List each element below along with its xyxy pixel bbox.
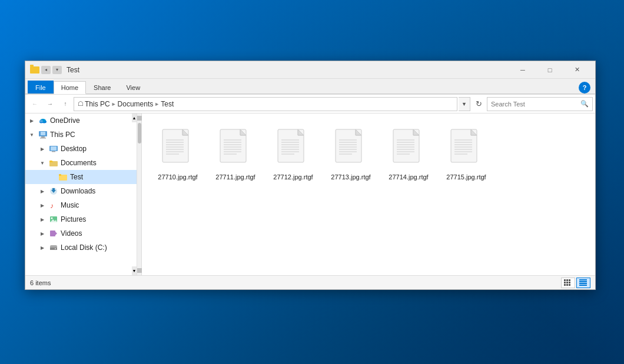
path-test[interactable]: Test — [161, 100, 174, 108]
file-icon-4 — [390, 126, 427, 173]
file-item-0[interactable]: 27710.jpg.rtgf — [151, 123, 204, 184]
svg-rect-10 — [52, 151, 55, 152]
test-folder-icon — [58, 172, 68, 182]
svg-rect-24 — [50, 231, 55, 236]
svg-rect-105 — [579, 281, 587, 282]
address-bar: ← → ↑ ☖ This PC ► Documents ► Test ▼ ↻ 🔍 — [25, 95, 595, 113]
pictures-icon — [49, 215, 58, 224]
file-label-5: 27715.jpg.rtgf — [446, 173, 486, 181]
path-arrow-2: ► — [154, 101, 160, 107]
tab-share[interactable]: Share — [86, 81, 118, 93]
search-box[interactable]: 🔍 — [487, 97, 593, 111]
path-segment-label: Documents — [118, 100, 154, 108]
file-label-2: 27712.jpg.rtgf — [273, 173, 313, 181]
title-bar: ◂ ▾ Test ─ □ ✕ — [25, 61, 595, 79]
status-bar: 6 items — [25, 275, 595, 289]
sidebar-item-pictures[interactable]: ▶ Pictures — [25, 212, 137, 226]
file-icon-0 — [159, 126, 197, 173]
list-view-button[interactable] — [561, 278, 575, 288]
file-label-4: 27714.jpg.rtgf — [389, 173, 428, 181]
sidebar-item-downloads[interactable]: ▶ Downloads — [25, 184, 137, 198]
svg-text:♪: ♪ — [50, 202, 54, 209]
svg-point-22 — [51, 218, 53, 219]
sidebar-scroll-up[interactable]: ▲ — [132, 113, 137, 122]
scroll-up-arrow[interactable] — [137, 116, 142, 121]
sidebar-label-music: Music — [61, 201, 79, 209]
sidebar-label-onedrive: OneDrive — [50, 116, 80, 125]
sidebar-label-videos: Videos — [61, 229, 82, 238]
sidebar-item-this-pc[interactable]: ▼ This PC — [25, 128, 137, 142]
file-item-2[interactable]: 27712.jpg.rtgf — [267, 123, 320, 184]
search-input[interactable] — [491, 101, 578, 108]
svg-marker-25 — [55, 232, 57, 235]
address-path[interactable]: ☖ This PC ► Documents ► Test — [74, 97, 457, 111]
sidebar-item-music[interactable]: ▶ ♪ Music — [25, 198, 137, 212]
svg-rect-7 — [40, 138, 46, 139]
path-documents[interactable]: Documents ► — [118, 100, 160, 108]
file-item-4[interactable]: 27714.jpg.rtgf — [382, 123, 435, 184]
icon-view-button[interactable] — [576, 278, 590, 288]
scrollbar-thumb[interactable] — [138, 123, 141, 143]
sidebar-label-test: Test — [70, 173, 83, 181]
svg-rect-103 — [569, 284, 570, 286]
file-icon-5 — [447, 126, 485, 173]
videos-icon — [49, 229, 58, 238]
sidebar-scrollbar[interactable] — [137, 113, 142, 275]
expand-arrow-this-pc: ▼ — [28, 131, 36, 139]
expand-arrow-documents: ▼ — [38, 159, 47, 167]
svg-rect-16 — [59, 174, 61, 176]
path-segment-label: Test — [161, 100, 174, 108]
ribbon-tabs: File Home Share View ? — [25, 79, 595, 94]
svg-rect-5 — [41, 132, 45, 135]
sidebar-item-test[interactable]: Test — [25, 170, 137, 184]
forward-button[interactable]: → — [43, 97, 57, 111]
music-icon: ♪ — [49, 201, 58, 210]
file-label-0: 27710.jpg.rtgf — [158, 173, 197, 181]
main-content: ▲ ▶ OneDrive ▼ This PC ▶ — [25, 113, 595, 275]
file-explorer-window: ◂ ▾ Test ─ □ ✕ File Home Share View ? ← … — [25, 61, 596, 290]
file-icon-1 — [217, 126, 254, 173]
sidebar-item-local-disk[interactable]: ▶ Local Disk (C:) — [25, 241, 137, 255]
sidebar-item-onedrive[interactable]: ▶ OneDrive — [25, 113, 137, 128]
address-dropdown[interactable]: ▼ — [459, 97, 470, 111]
up-button[interactable]: ↑ — [58, 97, 72, 111]
file-item-1[interactable]: 27711.jpg.rtgf — [209, 123, 262, 184]
path-this-pc[interactable]: This PC ► — [85, 100, 117, 108]
downloads-icon — [49, 186, 58, 196]
close-button[interactable]: ✕ — [563, 61, 590, 79]
path-arrow-1: ► — [111, 101, 117, 107]
tab-home[interactable]: Home — [54, 81, 86, 94]
svg-rect-96 — [566, 279, 568, 281]
documents-icon — [49, 158, 58, 168]
sidebar-label-pictures: Pictures — [61, 215, 86, 223]
ribbon: File Home Share View ? — [25, 79, 595, 95]
file-item-5[interactable]: 27715.jpg.rtgf — [440, 123, 493, 184]
sidebar-item-desktop[interactable]: ▶ Desktop — [25, 142, 137, 156]
refresh-button[interactable]: ↻ — [472, 97, 486, 111]
expand-arrow-pictures: ▶ — [38, 215, 47, 223]
minimize-button[interactable]: ─ — [509, 61, 536, 79]
window-back-icon: ◂ — [41, 66, 51, 74]
file-item-3[interactable]: 27713.jpg.rtgf — [324, 123, 377, 184]
help-button[interactable]: ? — [579, 82, 590, 93]
scroll-down-arrow[interactable] — [137, 268, 142, 273]
svg-rect-13 — [49, 161, 52, 162]
tab-file[interactable]: File — [28, 81, 54, 93]
maximize-button[interactable]: □ — [536, 61, 563, 79]
svg-rect-99 — [564, 284, 566, 286]
desktop-icon — [49, 144, 58, 153]
expand-arrow-local-disk: ▶ — [38, 243, 47, 252]
back-button[interactable]: ← — [28, 97, 42, 111]
sidebar-item-videos[interactable]: ▶ Videos — [25, 226, 137, 241]
search-icon[interactable]: 🔍 — [580, 100, 589, 108]
sidebar-item-documents[interactable]: ▼ Documents — [25, 156, 137, 170]
tab-view[interactable]: View — [118, 81, 148, 93]
status-items-count: 6 items — [30, 279, 51, 286]
sidebar-scroll-down[interactable]: ▼ — [132, 266, 137, 275]
file-area: 27710.jpg.rtgf — [142, 113, 595, 275]
svg-rect-6 — [41, 136, 45, 138]
svg-rect-27 — [50, 248, 57, 250]
svg-rect-106 — [579, 283, 587, 284]
sidebar-label-downloads: Downloads — [61, 187, 95, 195]
title-controls: ─ □ ✕ — [509, 61, 590, 79]
